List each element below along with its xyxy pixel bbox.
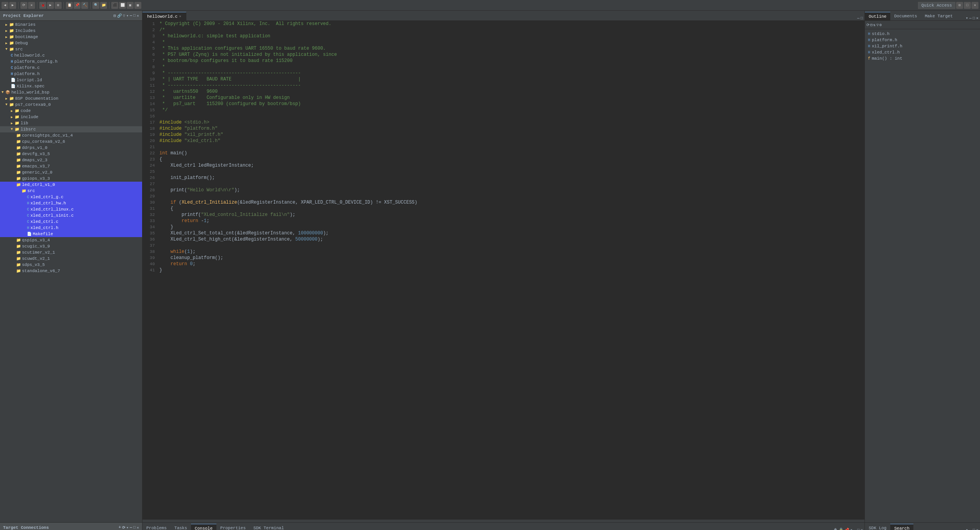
toolbar-icon-2[interactable]: ▶ (9, 2, 16, 9)
expand-icon-libsrc[interactable]: ▼ (11, 127, 13, 131)
toolbar-icon-18[interactable]: □ (964, 2, 971, 9)
expand-icon-include[interactable]: ▶ (11, 115, 13, 119)
expand-icon-hello_world_bsp[interactable]: ▼ (2, 90, 3, 94)
toolbar-icon-6[interactable]: ▶ (47, 2, 54, 9)
tree-item-helloworld-c[interactable]: Chelloworld.c (0, 52, 142, 59)
tree-item-includes[interactable]: ▶📁Includes (0, 28, 142, 34)
outline-item-xled_ctrl[interactable]: H xled_ctrl.h (866, 49, 978, 55)
tree-item-platform_config-h[interactable]: Hplatform_config.h (0, 59, 142, 65)
tree-item-scuwdt_v2_1[interactable]: 📁scuwdt_v2_1 (0, 256, 142, 262)
tree-item-standalone_v6_7[interactable]: 📁standalone_v6_7 (0, 268, 142, 274)
expand-icon-code[interactable]: ▶ (11, 109, 13, 113)
tree-item-debug[interactable]: ▶📁Debug (0, 40, 142, 46)
editor-maximize-icon[interactable]: □ (861, 16, 863, 20)
sdk-close-icon[interactable]: ✕ (976, 528, 978, 530)
console-pin-icon[interactable]: 📌 (844, 528, 849, 530)
expand-icon-lib[interactable]: ▶ (11, 121, 13, 125)
tab-tasks[interactable]: Tasks (171, 524, 191, 530)
sdk-minimize-icon[interactable]: — (969, 528, 972, 530)
tree-item-xled_ctrl_sinit-c[interactable]: Cxled_ctrl_sinit.c (0, 212, 142, 219)
tc-view-menu-icon[interactable]: ▾ (126, 525, 129, 530)
tree-item-xled_ctrl-c[interactable]: Cxled_ctrl.c (0, 219, 142, 225)
tree-item-binaries[interactable]: ▶📁Binaries (0, 22, 142, 28)
tc-minimize-icon[interactable]: — (130, 525, 132, 530)
sdk-view-menu-icon[interactable]: ▾ (966, 528, 968, 530)
toolbar-icon-3[interactable]: ⟳ (20, 2, 27, 9)
view-menu-icon[interactable]: ▾ (126, 13, 129, 18)
toolbar-icon-7[interactable]: ⚙ (55, 2, 62, 9)
editor-horizontal-scrollbar[interactable] (142, 519, 864, 522)
tree-item-xilinx-spec[interactable]: 📄Xilinx.spec (0, 83, 142, 89)
tab-properties[interactable]: Properties (216, 524, 250, 530)
console-clear-icon[interactable]: 🗑 (834, 528, 838, 530)
tree-item-bsp_doc[interactable]: ▶📁BSP Documentation (0, 95, 142, 102)
toolbar-icon-11[interactable]: 🔍 (92, 2, 99, 9)
tab-sdk-log[interactable]: SDK Log (865, 524, 890, 530)
tree-item-emacps_v3_7[interactable]: 📁emacps_v3_7 (0, 163, 142, 169)
close-panel-icon[interactable]: ✕ (137, 13, 139, 18)
outline-view-menu-icon[interactable]: ▾ (966, 16, 968, 20)
tree-item-sdps_v3_5[interactable]: 📁sdps_v3_5 (0, 262, 142, 268)
tab-console[interactable]: Console (191, 524, 216, 530)
outline-item-stdio[interactable]: H stdio.h (866, 31, 978, 37)
console-close-icon[interactable]: ✕ (861, 528, 863, 530)
editor-tab-helloworld[interactable]: helloworld.c ✕ (142, 12, 186, 20)
tree-item-lscript-ld[interactable]: 📄lscript.ld (0, 77, 142, 83)
tc-new-icon[interactable]: + (119, 525, 121, 530)
toolbar-icon-15[interactable]: ▣ (127, 2, 134, 9)
tree-item-include[interactable]: ▶📁include (0, 114, 142, 120)
toolbar-icon-8[interactable]: 📋 (66, 2, 73, 9)
minimize-icon[interactable]: — (130, 13, 132, 18)
toolbar-icon-1[interactable]: ◀ (2, 2, 8, 9)
tree-item-src-sub[interactable]: 📁src (0, 188, 142, 194)
tree-item-dmaps_v2_3[interactable]: 📁dmaps_v2_3 (0, 157, 142, 163)
tree-item-xled_ctrl-h[interactable]: Hxled_ctrl.h (0, 225, 142, 231)
toolbar-icon-10[interactable]: 🔨 (81, 2, 88, 9)
tree-item-cpu_cortexa9_v2_6[interactable]: 📁cpu_cortexa9_v2_6 (0, 139, 142, 145)
toolbar-icon-13[interactable]: ⬛ (111, 2, 118, 9)
tab-problems[interactable]: Problems (142, 524, 171, 530)
tc-refresh-icon[interactable]: ⟳ (122, 525, 125, 530)
tree-item-platform-c[interactable]: Cplatform.c (0, 65, 142, 71)
tree-item-led_ctrl_v1_0[interactable]: 📁led_ctrl_v1_0 (0, 182, 142, 188)
console-minimize-icon[interactable]: — (854, 528, 856, 530)
link-with-editor-icon[interactable]: 🔗 (117, 13, 122, 18)
tree-item-ps7_cortexa9_0[interactable]: ▼📁ps7_cortexa9_0 (0, 102, 142, 108)
expand-icon-ps7_cortexa9_0[interactable]: ▼ (5, 103, 7, 107)
tree-item-xled_ctrl_hw-h[interactable]: Hxled_ctrl_hw.h (0, 200, 142, 206)
tree-item-gpiops_v3_3[interactable]: 📁gpiops_v3_3 (0, 176, 142, 182)
collapse-all-icon[interactable]: ⊟ (114, 13, 116, 18)
outline-settings-icon[interactable]: ⚙ (879, 23, 882, 27)
outline-item-xil_printf[interactable]: H xil_printf.h (866, 43, 978, 49)
tree-item-bootimage[interactable]: ▶📁bootimage (0, 34, 142, 40)
outline-sort-icon[interactable]: ⇅ (873, 23, 876, 27)
toolbar-icon-14[interactable]: ⬜ (119, 2, 126, 9)
toolbar-icon-19[interactable]: ✕ (972, 2, 978, 9)
tree-item-devcfg_v3_5[interactable]: 📁devcfg_v3_5 (0, 151, 142, 157)
tree-item-lib[interactable]: ▶📁lib (0, 120, 142, 126)
tc-maximize-icon[interactable]: □ (133, 525, 136, 530)
outline-item-main[interactable]: f main() : int (866, 55, 978, 62)
expand-icon-bootimage[interactable]: ▶ (5, 35, 7, 39)
tab-sdk-terminal[interactable]: SDK Terminal (250, 524, 288, 530)
code-editor[interactable]: 1* Copyright (C) 2009 - 2014 Xilinx, Inc… (142, 21, 864, 519)
toolbar-icon-16[interactable]: ▦ (134, 2, 141, 9)
tree-item-qspips_v3_4[interactable]: 📁qspips_v3_4 (0, 237, 142, 243)
toolbar-icon-12[interactable]: 📁 (100, 2, 107, 9)
tree-item-xled_ctrl_linux-c[interactable]: Cxled_ctrl_linux.c (0, 206, 142, 212)
console-maximize-icon[interactable]: □ (857, 528, 859, 530)
outline-minimize-icon[interactable]: — (969, 16, 972, 20)
editor-minimize-icon[interactable]: — (857, 16, 859, 20)
tree-item-generic_v2_0[interactable]: 📁generic_v2_0 (0, 169, 142, 176)
toolbar-icon-17[interactable]: ⊟ (956, 2, 963, 9)
outline-maximize-icon[interactable]: □ (973, 16, 975, 20)
outline-collapse-icon[interactable]: ⊟ (870, 23, 873, 27)
filter-icon[interactable]: ▽ (123, 13, 125, 18)
tree-item-scugic_v3_9[interactable]: 📁scugic_v3_9 (0, 243, 142, 249)
console-scroll-lock-icon[interactable]: 🔒 (839, 528, 843, 530)
expand-icon-debug[interactable]: ▶ (5, 41, 7, 45)
tree-item-makefile[interactable]: 📄Makefile (0, 231, 142, 237)
tree-item-xled_ctrl_g-c[interactable]: Cxled_ctrl_g.c (0, 194, 142, 200)
toolbar-icon-9[interactable]: 📌 (74, 2, 80, 9)
expand-icon-binaries[interactable]: ▶ (5, 23, 7, 27)
